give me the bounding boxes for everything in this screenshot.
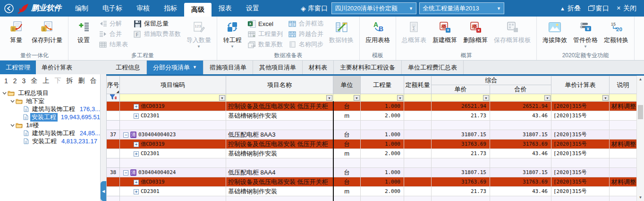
- ribbon-button[interactable]: 分解: [97, 18, 130, 29]
- cell-name[interactable]: 控制设备及低压电器安装 低压开关柜: [226, 140, 333, 149]
- collapse-icon[interactable]: −: [123, 170, 128, 175]
- scroll-up-icon[interactable]: ▲: [637, 77, 644, 81]
- cell-code[interactable]: +CD2301: [120, 149, 226, 158]
- tree-toolbar-button[interactable]: 下: [54, 77, 61, 85]
- cell-calc[interactable]: [2020]315号: [551, 130, 610, 140]
- tree-toolbar-button[interactable]: 删: [78, 77, 85, 85]
- cell-price[interactable]: 21.73: [432, 111, 490, 121]
- cell-calc[interactable]: [2020]315号: [551, 102, 610, 111]
- cell-price[interactable]: 31763.69: [432, 177, 490, 187]
- cell-note[interactable]: [610, 196, 637, 201]
- ribbon-button[interactable]: ¥管件价格▼: [571, 17, 600, 49]
- vertical-scrollbar[interactable]: ▲ ▼: [636, 76, 644, 201]
- cell-qty[interactable]: 2.000: [361, 187, 404, 196]
- cell-price[interactable]: 31763.69: [432, 140, 490, 149]
- scrollbar-thumb[interactable]: [638, 105, 643, 119]
- tree-item-label[interactable]: 地下室: [25, 97, 46, 105]
- menu-item[interactable]: 报表: [212, 0, 239, 17]
- cell-unit[interactable]: [333, 158, 361, 168]
- ribbon-button[interactable]: 海拔降效: [540, 17, 569, 45]
- table-row[interactable]: [107, 121, 637, 130]
- tree-toolbar-button[interactable]: 2: [13, 77, 17, 85]
- filter-dropdown-icon[interactable]: ▼: [544, 95, 551, 101]
- ribbon-button[interactable]: 123导入数量▼: [184, 17, 213, 49]
- sheet-tab[interactable]: 单位工程费汇总表: [402, 61, 464, 74]
- cell-price[interactable]: [432, 196, 490, 201]
- tree-item-label[interactable]: 建筑与装饰工程: [31, 129, 76, 138]
- expand-icon[interactable]: +: [134, 180, 139, 185]
- expand-icon[interactable]: +: [134, 114, 139, 119]
- cell-unit[interactable]: 台: [333, 140, 361, 149]
- filter-cell[interactable]: ▼: [432, 94, 490, 102]
- cell-code[interactable]: +借CD0319: [120, 177, 226, 187]
- panel-tab[interactable]: 单价计算表: [36, 61, 78, 74]
- cell-total[interactable]: [490, 158, 551, 168]
- expand-icon[interactable]: +: [134, 189, 139, 194]
- cell-quota[interactable]: [404, 130, 432, 140]
- cell-quota[interactable]: [404, 102, 432, 111]
- library-window-button[interactable]: ◈ 库窗口: [301, 4, 328, 13]
- column-header[interactable]: 合价: [490, 85, 551, 94]
- cell-code[interactable]: +CD2301: [120, 187, 226, 196]
- filter-dropdown-icon[interactable]: ▼: [483, 95, 489, 101]
- column-header[interactable]: 单价: [432, 85, 490, 94]
- ribbon-button[interactable]: 保留总量: [131, 18, 183, 29]
- tree-item[interactable]: 工程总项目: [0, 89, 100, 97]
- tree-item[interactable]: 安装工程19,943,695.51: [0, 113, 100, 121]
- filter-cell[interactable]: ▼: [120, 94, 226, 102]
- filter-dropdown-icon[interactable]: ▼: [219, 95, 225, 101]
- tree-item-label[interactable]: 1#楼: [25, 121, 40, 130]
- cell-total[interactable]: 31763.69: [490, 177, 551, 187]
- cell-unit[interactable]: 台: [333, 102, 361, 111]
- menu-item[interactable]: 审核: [129, 0, 157, 17]
- cell-total[interactable]: 43.46: [490, 111, 551, 121]
- ribbon-button[interactable]: 概×删除概算: [461, 17, 490, 45]
- ribbon-button[interactable]: 保存到计量: [29, 17, 65, 45]
- ribbon-button[interactable]: 123数量系数: [246, 39, 285, 50]
- column-header[interactable]: 项目编码: [120, 76, 226, 94]
- cell-total[interactable]: 26521.94: [490, 102, 551, 111]
- menu-item[interactable]: 电子标: [95, 0, 129, 17]
- cell-qty[interactable]: 1.000: [361, 168, 404, 177]
- cell-total[interactable]: 31807.15: [490, 168, 551, 177]
- sheet-tab[interactable]: 主要材料和工程设备: [334, 61, 402, 74]
- cell-seq[interactable]: [107, 149, 120, 158]
- cell-name[interactable]: [226, 121, 333, 130]
- scroll-down-icon[interactable]: ▼: [637, 195, 644, 200]
- tree-item-label[interactable]: 建筑与装饰工程: [31, 105, 76, 114]
- table-row[interactable]: +借CD0319控制设备及低压电器安装 低压开关柜台1.00026521.942…: [107, 102, 637, 111]
- ribbon-button[interactable]: 合并: [97, 29, 130, 39]
- cell-name[interactable]: 低压配电柜 8AA3: [226, 130, 333, 140]
- ribbon-button[interactable]: 设置: [72, 17, 95, 45]
- ribbon-button[interactable]: 算量: [4, 17, 28, 45]
- cell-seq[interactable]: 37: [107, 130, 120, 140]
- cell-qty[interactable]: 2.000: [361, 149, 404, 158]
- filter-cell[interactable]: [404, 94, 432, 102]
- cell-qty[interactable]: 2.000: [361, 111, 404, 121]
- filter-cell[interactable]: ▼: [361, 94, 404, 102]
- ribbon-button[interactable]: 结果表: [97, 39, 130, 50]
- table-row[interactable]: [107, 196, 637, 201]
- tree-toolbar-button[interactable]: 1: [4, 77, 8, 85]
- filter-dropdown-icon[interactable]: ▼: [354, 95, 360, 101]
- cell-seq[interactable]: [107, 177, 120, 187]
- cell-quota[interactable]: [404, 168, 432, 177]
- cell-unit[interactable]: [333, 121, 361, 130]
- collapse-icon[interactable]: −: [123, 132, 128, 138]
- cell-unit[interactable]: [333, 196, 361, 201]
- tree-item-label[interactable]: 安装工程: [30, 113, 58, 122]
- cell-quota[interactable]: [404, 187, 432, 196]
- tree-item[interactable]: 建筑与装饰工程176,3...: [0, 105, 100, 113]
- tree-toolbar-button[interactable]: 合: [90, 77, 96, 85]
- filter-cell[interactable]: ▼: [226, 94, 333, 102]
- cell-note[interactable]: [610, 187, 637, 196]
- table-row[interactable]: 37−清030404004023低压配电柜 8AA3台1.00031807.15…: [107, 130, 637, 140]
- ribbon-button[interactable]: 概+新建概算: [430, 17, 459, 45]
- tree-item[interactable]: 1#楼: [0, 121, 100, 129]
- cell-calc[interactable]: [2020]315号: [551, 187, 610, 196]
- cell-name[interactable]: 基础槽钢制作安装: [226, 149, 333, 158]
- cell-unit[interactable]: m: [333, 149, 361, 158]
- cell-note[interactable]: [610, 130, 637, 140]
- table-row[interactable]: +CD2301基础槽钢制作安装m2.00021.7343.46[2020]315…: [107, 111, 637, 121]
- tree-item-label[interactable]: 工程总项目: [17, 89, 50, 97]
